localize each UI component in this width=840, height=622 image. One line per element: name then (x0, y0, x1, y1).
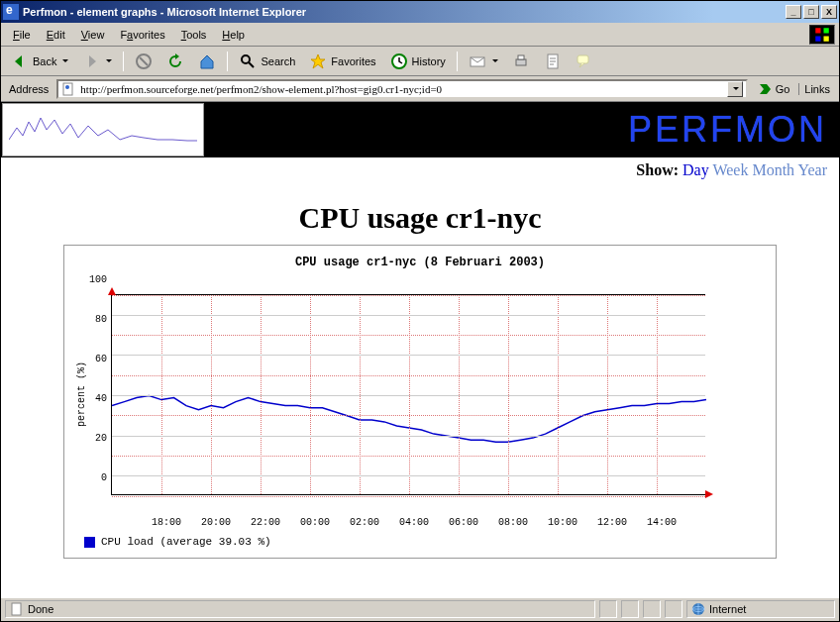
show-range-bar: Show: Day Week Month Year (1, 157, 839, 183)
menu-favorites[interactable]: Favorites (112, 27, 172, 43)
search-icon (239, 52, 257, 70)
document-icon (10, 602, 24, 616)
window-title: Perfmon - element graphs - Microsoft Int… (23, 6, 784, 18)
svg-rect-11 (518, 55, 524, 59)
menu-tools[interactable]: Tools (173, 27, 215, 43)
history-clock-icon (390, 52, 408, 70)
print-icon (512, 52, 530, 70)
show-year-link[interactable]: Year (798, 161, 827, 178)
svg-rect-3 (824, 36, 829, 41)
chart-title: CPU usage cr1-nyc (8 Februari 2003) (74, 252, 766, 275)
chart-legend: CPU load (average 39.03 %) (74, 528, 766, 548)
edit-icon (544, 52, 562, 70)
legend-text: CPU load (average 39.03 %) (101, 536, 271, 548)
address-combo[interactable] (56, 79, 747, 99)
discuss-button[interactable] (570, 49, 599, 74)
status-pane-1 (599, 600, 617, 618)
favorites-star-icon (309, 52, 327, 70)
status-message-pane: Done (5, 600, 595, 618)
favorites-label: Favorites (331, 55, 375, 67)
menu-file[interactable]: File (5, 27, 39, 43)
svg-line-5 (140, 57, 148, 65)
status-pane-2 (621, 600, 639, 618)
perfmon-logo: PERFMON (628, 109, 839, 151)
svg-rect-1 (824, 28, 829, 33)
globe-icon (691, 602, 705, 616)
minimize-button[interactable]: _ (786, 5, 801, 19)
status-pane-4 (665, 600, 682, 618)
banner: PERFMON (1, 102, 839, 157)
security-zone-pane: Internet (686, 600, 835, 618)
edit-button[interactable] (538, 49, 568, 74)
home-button[interactable] (192, 49, 222, 74)
mail-button[interactable] (463, 49, 504, 74)
search-label: Search (261, 55, 295, 67)
status-bar: Done Internet (1, 597, 839, 619)
banner-thumbnail-chart (2, 103, 204, 156)
go-arrow-icon (757, 81, 773, 97)
ie-throbber-icon (809, 25, 835, 45)
y-axis-arrow-icon (108, 287, 116, 295)
status-text: Done (28, 603, 53, 615)
discuss-icon (576, 52, 593, 70)
menu-help[interactable]: Help (214, 27, 253, 43)
back-label: Back (33, 55, 56, 67)
close-button[interactable]: X (821, 5, 837, 19)
window-titlebar: Perfmon - element graphs - Microsoft Int… (1, 1, 839, 23)
refresh-icon (166, 52, 184, 70)
favorites-button[interactable]: Favorites (303, 49, 381, 74)
go-button[interactable]: Go (752, 79, 795, 99)
svg-rect-10 (516, 59, 526, 65)
stop-icon (135, 52, 153, 70)
chart-plot-area (111, 294, 705, 495)
status-pane-3 (643, 600, 661, 618)
back-button[interactable]: Back (5, 49, 74, 74)
history-label: History (412, 55, 446, 67)
home-icon (198, 52, 216, 70)
legend-swatch-cpu-load (84, 537, 95, 548)
stop-button[interactable] (129, 49, 158, 74)
links-button[interactable]: Links (798, 83, 835, 95)
page-icon (61, 82, 75, 96)
svg-rect-13 (578, 55, 588, 63)
maximize-button[interactable]: □ (803, 5, 819, 19)
x-axis-arrow-icon (705, 490, 713, 498)
address-label: Address (5, 83, 52, 95)
svg-point-6 (242, 55, 250, 63)
chart-container: CPU usage cr1-nyc (8 Februari 2003) perc… (63, 245, 777, 559)
show-day-link[interactable]: Day (682, 161, 709, 178)
chart-x-axis: 18:00 20:00 22:00 00:00 02:00 04:00 06:0… (74, 513, 766, 528)
page-title: CPU usage cr1-nyc (1, 201, 839, 235)
forward-button[interactable] (76, 49, 118, 74)
svg-point-15 (65, 85, 69, 89)
menu-view[interactable]: View (73, 27, 113, 43)
page-content: PERFMON Show: Day Week Month Year CPU us… (1, 102, 839, 597)
search-button[interactable]: Search (233, 49, 301, 74)
mail-icon (469, 52, 486, 70)
chart-ylabel: percent (%) (74, 362, 89, 427)
print-button[interactable] (506, 49, 536, 74)
address-input[interactable] (78, 82, 723, 96)
address-dropdown-button[interactable] (727, 81, 743, 97)
address-bar: Address Go Links (1, 76, 839, 102)
svg-rect-0 (815, 28, 820, 33)
svg-rect-2 (815, 36, 820, 41)
menu-bar: File Edit View Favorites Tools Help (1, 23, 839, 47)
history-button[interactable]: History (384, 49, 452, 74)
svg-rect-14 (63, 83, 72, 95)
back-arrow-icon (11, 52, 29, 70)
show-month-link[interactable]: Month (752, 161, 794, 178)
svg-rect-16 (12, 603, 21, 615)
show-label: Show: (636, 161, 679, 178)
navigation-toolbar: Back Search Favorites History (1, 47, 839, 76)
menu-edit[interactable]: Edit (39, 27, 73, 43)
ie-icon (3, 4, 19, 20)
chart-y-axis: 100 80 60 40 20 0 (89, 275, 111, 513)
refresh-button[interactable] (160, 49, 190, 74)
show-week-link[interactable]: Week (712, 161, 748, 178)
forward-arrow-icon (82, 52, 100, 70)
zone-text: Internet (709, 603, 746, 615)
svg-line-7 (249, 62, 254, 67)
